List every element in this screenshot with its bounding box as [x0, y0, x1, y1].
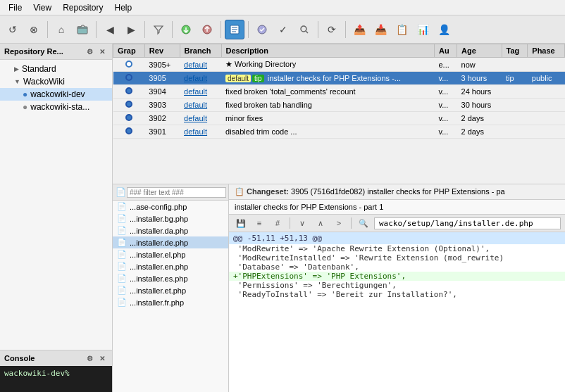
hash-diff-btn[interactable]: #: [270, 216, 285, 230]
tree-label: Standard: [22, 64, 56, 74]
branch-cell: default: [180, 72, 221, 85]
ext4-btn[interactable]: 📊: [413, 20, 433, 39]
file-icon: 📄: [117, 214, 127, 223]
prev2-chunk-btn[interactable]: ∧: [313, 216, 328, 230]
menu-help[interactable]: Help: [109, 1, 138, 14]
file-name: ...installer.da.php: [130, 227, 188, 235]
pull-btn[interactable]: [176, 20, 196, 39]
author-cell: v...: [434, 112, 457, 125]
table-row[interactable]: 3904defaultfixed broken 'total_comments'…: [113, 85, 565, 99]
table-row[interactable]: 3903defaultfixed broken tab handlingv...…: [113, 99, 565, 112]
next-btn[interactable]: ▶: [121, 20, 141, 39]
rev-cell: 3905: [144, 72, 180, 85]
table-row[interactable]: 3901defaultdisabled trim code ...v...2 d…: [113, 125, 565, 139]
author-cell: e...: [434, 58, 457, 72]
left-panel-title: Repository Re...: [4, 47, 63, 56]
branch-cell: default: [180, 125, 221, 139]
tags-cell: [502, 125, 528, 139]
col-branch: Branch: [180, 44, 221, 58]
console-settings-btn[interactable]: ⚙: [84, 353, 95, 364]
file-list: 📄...ase-config.php📄...installer.bg.php📄.…: [113, 201, 228, 392]
tree-item-wackowiki-sta[interactable]: ● wackowiki-sta...: [0, 101, 112, 113]
menu-file[interactable]: File: [3, 1, 27, 14]
left-panel-settings-btn[interactable]: ⚙: [84, 46, 95, 57]
file-item[interactable]: 📄...installer.es.php: [113, 272, 228, 284]
commit-btn[interactable]: [252, 20, 272, 39]
rev-cell: 3903: [144, 99, 180, 112]
phase-cell: [528, 112, 565, 125]
sync-btn[interactable]: ⟳: [322, 20, 342, 39]
author-cell: v...: [434, 99, 457, 112]
console-prompt: wackowiki-dev%: [4, 369, 70, 378]
tags-cell: [502, 58, 528, 72]
file-item[interactable]: 📄...installer.fr.php: [113, 296, 228, 308]
menubar: File View Repository Help: [0, 0, 565, 15]
tree-item-wackowiki-dev[interactable]: ● wackowiki-dev: [0, 88, 112, 101]
file-filter-input[interactable]: [127, 187, 226, 198]
age-cell: 30 hours: [457, 99, 502, 112]
file-item[interactable]: 📄...installer.et.php: [113, 284, 228, 296]
changeset-icon: 📋: [235, 187, 244, 196]
table-row[interactable]: 3902defaultminor fixesv...2 days: [113, 112, 565, 125]
check-btn[interactable]: ✓: [273, 20, 293, 39]
description-cell: ★ Working Directory: [221, 58, 434, 72]
left-panel-close-btn[interactable]: ✕: [97, 46, 108, 57]
tags-cell: [502, 85, 528, 99]
graph-cell: [113, 99, 145, 112]
stop-btn[interactable]: ⊗: [24, 20, 44, 39]
phase-cell: public: [528, 72, 565, 85]
description-cell: disabled trim code ...: [221, 125, 434, 139]
console-close-btn[interactable]: ✕: [97, 353, 108, 364]
arrow-icon: ▼: [14, 78, 20, 85]
menu-view[interactable]: View: [27, 1, 57, 14]
file-item[interactable]: 📄...installer.en.php: [113, 260, 228, 272]
prev-chunk-btn[interactable]: ∨: [294, 216, 310, 230]
diff-hunk-header: @@ -51,11 +51,13 @@: [229, 232, 565, 244]
ext1-btn[interactable]: 📤: [349, 20, 369, 39]
file-item[interactable]: 📄...installer.de.php: [113, 236, 228, 248]
back-btn[interactable]: ↺: [3, 20, 23, 39]
tree-item-standard[interactable]: ▶ Standard: [0, 63, 112, 75]
file-item[interactable]: 📄...installer.bg.php: [113, 213, 228, 225]
rev-cell: 3902: [144, 112, 180, 125]
filter-btn[interactable]: [149, 20, 168, 39]
search-diff-icon: 🔍: [356, 216, 371, 230]
explore-btn[interactable]: [73, 20, 92, 39]
changeset-description: installer checks for PHP Extensions - pa…: [229, 200, 565, 215]
sep5: [221, 21, 221, 38]
changeset-info: 3905 (7516d1fde082) installer checks for…: [291, 187, 505, 196]
search-btn[interactable]: [294, 20, 314, 39]
bottom-area: 📄 📄...ase-config.php📄...installer.bg.php…: [113, 184, 565, 392]
save-diff-btn[interactable]: 💾: [233, 216, 249, 230]
arrow-icon: ▶: [14, 65, 19, 72]
description-cell: defaulttip installer checks for PHP Exte…: [221, 72, 434, 85]
push-btn[interactable]: [197, 20, 217, 39]
tree-label: wackowiki-dev: [30, 89, 85, 99]
options-diff-btn[interactable]: ≡: [252, 216, 267, 230]
file-name: ...installer.en.php: [130, 263, 188, 271]
table-row[interactable]: 3905+default★ Working Directorye...now: [113, 58, 565, 72]
file-item[interactable]: 📄...installer.da.php: [113, 225, 228, 236]
log-btn[interactable]: [225, 20, 244, 39]
diff-content[interactable]: @@ -51,11 +51,13 @@ 'ModRewrite' => 'Apa…: [229, 232, 565, 392]
ext2-btn[interactable]: 📥: [371, 20, 390, 39]
prev-btn[interactable]: ◀: [100, 20, 120, 39]
file-item[interactable]: 📄...ase-config.php: [113, 201, 228, 213]
branch-cell: default: [180, 99, 221, 112]
diff-path-input[interactable]: wacko/setup/lang/installer.de.php: [374, 217, 561, 229]
commit-table-container[interactable]: Grap Rev Branch Description Au Age Tag P…: [113, 44, 565, 184]
toolbar: ↺ ⊗ ⌂ ◀ ▶ ✓ ⟳ 📤 📥 📋 📊 👤: [0, 15, 565, 44]
table-header-row: Grap Rev Branch Description Au Age Tag P…: [113, 44, 565, 58]
tree-item-wackowiki[interactable]: ▼ WackoWiki: [0, 75, 112, 88]
home-btn[interactable]: ⌂: [51, 20, 71, 39]
graph-cell: [113, 125, 145, 139]
file-item[interactable]: 📄...installer.el.php: [113, 248, 228, 260]
table-row[interactable]: 3905defaultdefaulttip installer checks f…: [113, 72, 565, 85]
console-body: wackowiki-dev%: [0, 366, 112, 392]
next-chunk-btn[interactable]: >: [331, 216, 347, 230]
left-panel: Repository Re... ⚙ ✕ ▶ Standard ▼ WackoW…: [0, 44, 113, 392]
commit-table: Grap Rev Branch Description Au Age Tag P…: [113, 44, 565, 139]
ext3-btn[interactable]: 📋: [392, 20, 411, 39]
menu-repository[interactable]: Repository: [57, 1, 108, 14]
ext5-btn[interactable]: 👤: [434, 20, 454, 39]
